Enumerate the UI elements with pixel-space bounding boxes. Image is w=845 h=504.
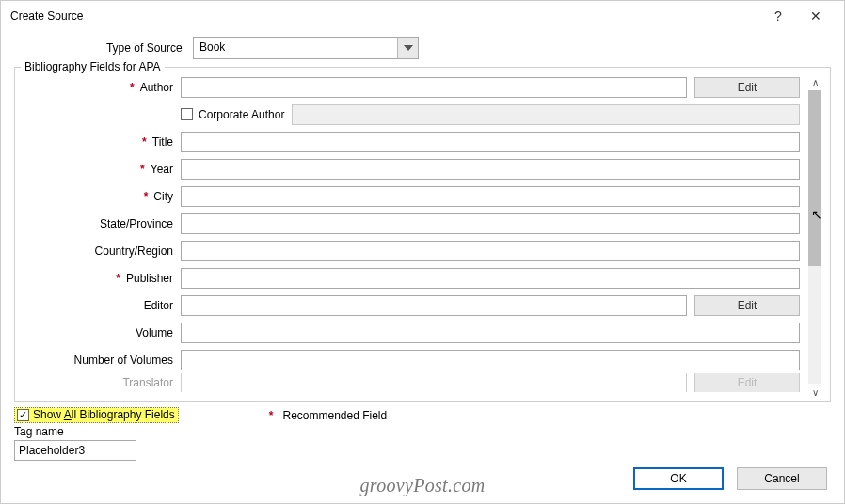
type-of-source-label: Type of Source (14, 41, 193, 55)
field-label: Volume (136, 326, 173, 339)
field-row-year: * Year (21, 155, 800, 182)
number-of-volumes-input[interactable] (181, 350, 800, 370)
editor-edit-button[interactable]: Edit (694, 295, 800, 316)
recommended-field-legend: * Recommended Field (269, 409, 387, 422)
required-star: * (130, 81, 135, 94)
cancel-button[interactable]: Cancel (737, 467, 827, 490)
field-label: Publisher (126, 272, 173, 285)
publisher-input[interactable] (181, 268, 800, 289)
scroll-track[interactable] (808, 90, 821, 384)
show-all-fields-checkbox[interactable] (17, 409, 29, 421)
field-row-numvolumes: Number of Volumes (21, 346, 800, 373)
field-row-volume: Volume (21, 319, 800, 346)
author-edit-button[interactable]: Edit (694, 77, 800, 98)
corporate-author-row: Corporate Author (21, 101, 800, 128)
volume-input[interactable] (181, 323, 800, 343)
field-label: State/Province (100, 217, 173, 230)
tag-name-label: Tag name (14, 425, 831, 438)
scrollbar[interactable]: ∧ ∨ (805, 73, 824, 401)
title-bar: Create Source ? ✕ (1, 1, 844, 29)
help-icon[interactable]: ? (759, 5, 797, 27)
field-row-translator: Translator Edit (21, 373, 800, 392)
country-region-input[interactable] (181, 241, 800, 261)
type-of-source-select[interactable]: Book (193, 37, 419, 59)
chevron-down-icon (397, 38, 418, 58)
field-row-author: * Author Edit (21, 73, 800, 101)
author-input[interactable] (181, 77, 687, 98)
required-star: * (269, 409, 274, 422)
title-input[interactable] (181, 132, 800, 152)
translator-input[interactable] (181, 373, 687, 392)
year-input[interactable] (181, 159, 800, 180)
close-icon[interactable]: ✕ (797, 5, 835, 27)
field-row-state: State/Province (21, 210, 800, 237)
corporate-author-input-disabled (292, 104, 800, 125)
field-label: Title (152, 135, 173, 149)
field-label: Number of Volumes (74, 354, 173, 367)
show-all-fields-label: Show All Bibliography Fields (33, 408, 175, 421)
ok-button[interactable]: OK (633, 467, 724, 490)
bibliography-fieldset: Bibliography Fields for APA * Author Edi… (14, 67, 831, 402)
tag-name-input[interactable] (14, 440, 136, 461)
city-input[interactable] (181, 186, 800, 207)
required-star: * (142, 135, 147, 149)
field-label: City (153, 190, 173, 203)
type-of-source-row: Type of Source Book (14, 37, 831, 59)
scroll-down-icon[interactable]: ∨ (805, 386, 824, 399)
state-province-input[interactable] (181, 213, 800, 234)
field-row-editor: Editor Edit (21, 291, 800, 319)
editor-input[interactable] (181, 295, 687, 316)
scroll-up-icon[interactable]: ∧ (805, 75, 824, 88)
corporate-author-label: Corporate Author (199, 108, 284, 121)
scroll-thumb[interactable] (808, 90, 821, 266)
dialog-title: Create Source (10, 9, 759, 23)
field-label: Translator (122, 376, 173, 389)
fieldset-legend: Bibliography Fields for APA (21, 60, 165, 73)
field-label: Country/Region (95, 244, 173, 258)
required-star: * (116, 272, 120, 285)
type-of-source-value: Book (194, 38, 397, 58)
field-row-city: * City (21, 182, 800, 210)
field-row-title: * Title (21, 128, 800, 155)
field-row-country: Country/Region (21, 237, 800, 264)
field-label: Author (140, 81, 173, 94)
show-all-fields-checkbox-group[interactable]: Show All Bibliography Fields (14, 407, 179, 423)
translator-edit-button[interactable]: Edit (694, 373, 800, 392)
corporate-author-checkbox[interactable] (181, 108, 193, 120)
field-label: Year (151, 163, 173, 176)
field-row-publisher: * Publisher (21, 264, 800, 291)
required-star: * (140, 163, 145, 176)
required-star: * (144, 190, 149, 203)
field-label: Editor (144, 299, 173, 312)
